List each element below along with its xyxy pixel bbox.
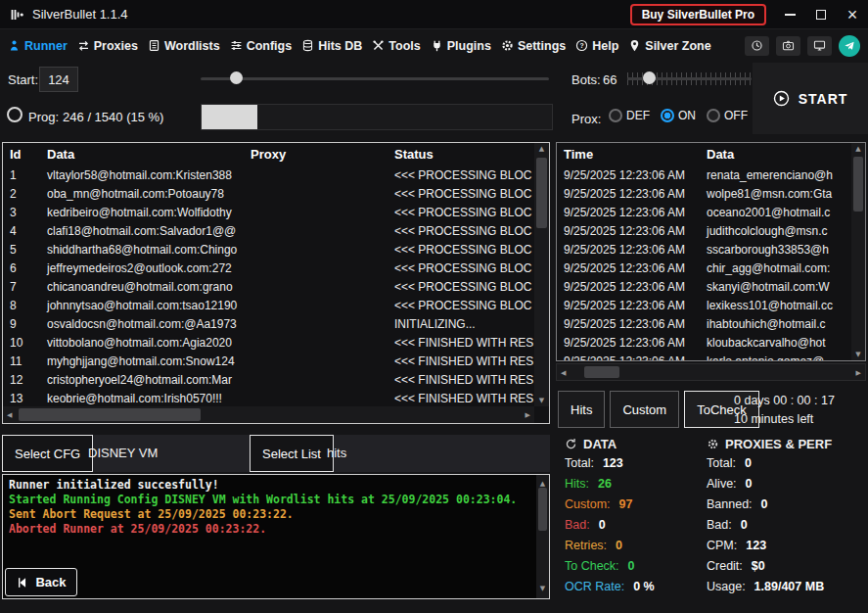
select-cfg-button[interactable]: Select CFG bbox=[2, 435, 93, 472]
cell-data: shiddhartha68@hotmail.com:Chingo bbox=[40, 243, 244, 257]
result-row[interactable]: 1vltaylor58@hotmail.com:Kristen388<<< PR… bbox=[3, 165, 534, 184]
scrollbar-thumb[interactable] bbox=[853, 157, 863, 212]
hit-row[interactable]: 9/25/2025 12:23:06 AMrenata_emerenciano@… bbox=[557, 165, 851, 184]
scrollbar-thumb[interactable] bbox=[19, 408, 201, 421]
scrollbar-thumb[interactable] bbox=[536, 158, 547, 228]
hit-row[interactable]: 9/25/2025 12:23:06 AMihabtouhich@hotmail… bbox=[557, 314, 851, 333]
scroll-down-icon[interactable]: ▼ bbox=[534, 397, 549, 404]
scroll-up-icon[interactable]: ▲ bbox=[851, 145, 865, 153]
column-header-status[interactable]: Status bbox=[388, 147, 549, 162]
stat-label: To Check: bbox=[565, 559, 619, 573]
buy-pro-button[interactable]: Buy SilverBullet Pro bbox=[630, 4, 766, 25]
hits-table-header: TimeData bbox=[557, 143, 865, 165]
result-row[interactable]: 4clafi18@hotmail.com:Salvador1@@<<< PROC… bbox=[3, 221, 534, 240]
prox-option-def[interactable]: DEF bbox=[609, 109, 650, 122]
column-header-id[interactable]: Id bbox=[3, 147, 40, 162]
slider-thumb[interactable] bbox=[643, 71, 656, 84]
hits-table-body: 9/25/2025 12:23:06 AMrenata_emerenciano@… bbox=[557, 165, 851, 360]
results-vertical-scrollbar[interactable]: ▲ ▼ bbox=[534, 143, 549, 406]
result-row[interactable]: 5shiddhartha68@hotmail.com:Chingo<<< PRO… bbox=[3, 240, 534, 259]
hit-row[interactable]: 9/25/2025 12:23:06 AMsscarborough33853@h bbox=[557, 240, 851, 259]
nav-item-silver-zone[interactable]: Silver Zone bbox=[628, 39, 710, 53]
svg-text:?: ? bbox=[580, 42, 584, 49]
hits-vertical-scrollbar[interactable]: ▲ ▼ bbox=[851, 143, 865, 360]
column-header-data[interactable]: Data bbox=[700, 147, 865, 162]
result-row[interactable]: 7chicanoandreu@hotmail.com:grano<<< PROC… bbox=[3, 277, 534, 296]
bots-label: Bots: bbox=[571, 72, 601, 87]
scrollbar-thumb[interactable] bbox=[538, 488, 547, 531]
result-row[interactable]: 3kedribeiro@hotmail.com:Wolfidothy<<< PR… bbox=[3, 203, 534, 221]
minimize-button[interactable] bbox=[782, 7, 798, 23]
results-horizontal-scrollbar[interactable]: ◀ ▶ bbox=[3, 406, 534, 423]
history-button[interactable] bbox=[745, 36, 769, 56]
scroll-up-icon[interactable]: ▲ bbox=[534, 145, 549, 153]
hit-row[interactable]: 9/25/2025 12:23:06 AMskanyi@hotmail.com:… bbox=[557, 277, 851, 296]
result-row[interactable]: 6jeffreymedeiros2@outlook.com:272<<< PRO… bbox=[3, 259, 534, 277]
close-button[interactable]: × bbox=[845, 7, 860, 23]
camera-button[interactable] bbox=[776, 36, 800, 56]
prox-option-off[interactable]: OFF bbox=[707, 109, 748, 122]
hit-row[interactable]: 9/25/2025 12:23:06 AMkarlo antonio gomez… bbox=[557, 352, 851, 360]
telegram-button[interactable] bbox=[839, 35, 860, 57]
nav-item-wordlists[interactable]: Wordlists bbox=[148, 39, 220, 53]
nav-item-runner[interactable]: Runner bbox=[8, 39, 68, 53]
result-row[interactable]: 11myhghjjang@hotmail.com:Snow124<<< FINI… bbox=[3, 352, 534, 370]
app-title: SilverBullet 1.1.4 bbox=[32, 7, 128, 22]
hit-row[interactable]: 9/25/2025 12:23:06 AMchir_agg@hotmail.co… bbox=[557, 259, 851, 277]
prox-option-on[interactable]: ON bbox=[661, 109, 696, 122]
scroll-left-icon[interactable]: ◀ bbox=[7, 411, 12, 419]
monitor-button[interactable] bbox=[807, 36, 832, 56]
maximize-button[interactable] bbox=[813, 7, 829, 23]
column-header-proxy[interactable]: Proxy bbox=[244, 147, 388, 162]
result-row[interactable]: 13keobrie@hotmail.com:Irish0570!!!<<< FI… bbox=[3, 389, 534, 406]
nav-item-plugins[interactable]: Plugins bbox=[431, 39, 491, 53]
result-row[interactable]: 8johnnytsao@hotmail.com:tsao12190<<< PRO… bbox=[3, 296, 534, 314]
start-button[interactable]: START bbox=[753, 63, 868, 134]
proxies-icon bbox=[77, 39, 90, 52]
select-list-button[interactable]: Select List bbox=[250, 435, 334, 472]
result-row[interactable]: 12cristopheryoel24@hotmail.com:Mar<<< FI… bbox=[3, 370, 534, 389]
start-input[interactable] bbox=[39, 67, 78, 92]
scroll-right-icon[interactable]: ▶ bbox=[856, 369, 861, 377]
cell-data: vittobolano@hotmail.com:Agia2020 bbox=[40, 336, 244, 350]
stat-row: Custom:97 bbox=[565, 494, 702, 514]
nav-item-help[interactable]: ?Help bbox=[575, 39, 618, 53]
hit-row[interactable]: 9/25/2025 12:23:06 AMwolpe81@msn.com:Gta bbox=[557, 184, 851, 203]
nav-item-hits-db[interactable]: Hits DB bbox=[301, 39, 362, 53]
nav-item-proxies[interactable]: Proxies bbox=[77, 39, 138, 53]
column-header-time[interactable]: Time bbox=[557, 147, 700, 162]
nav-item-configs[interactable]: Configs bbox=[230, 39, 293, 53]
result-row[interactable]: 10vittobolano@hotmail.com:Agia2020<<< FI… bbox=[3, 333, 534, 352]
hit-row[interactable]: 9/25/2025 12:23:06 AMjudithcolclough@msn… bbox=[557, 221, 851, 240]
column-header-data[interactable]: Data bbox=[40, 147, 244, 162]
hit-row[interactable]: 9/25/2025 12:23:06 AMkloubackcarvalho@ho… bbox=[557, 333, 851, 352]
close-icon: × bbox=[847, 8, 858, 22]
cell-data: chicanoandreu@hotmail.com:grano bbox=[40, 280, 244, 294]
result-row[interactable]: 2oba_mn@hotmail.com:Potoauy78<<< PROCESS… bbox=[3, 184, 534, 203]
radio-label: DEF bbox=[626, 109, 650, 122]
back-button[interactable]: Back bbox=[5, 568, 77, 596]
bots-slider[interactable] bbox=[627, 69, 752, 88]
slider-thumb[interactable] bbox=[230, 71, 243, 84]
stat-label: Banned: bbox=[707, 497, 753, 511]
scroll-down-icon[interactable]: ▼ bbox=[536, 582, 549, 596]
scroll-left-icon[interactable]: ◀ bbox=[561, 369, 566, 377]
log-vertical-scrollbar[interactable]: ▲ ▼ bbox=[536, 475, 549, 598]
hits-horizontal-scrollbar[interactable]: ◀ ▶ bbox=[556, 363, 866, 381]
nav-item-tools[interactable]: Tools bbox=[372, 39, 420, 53]
silver-zone-icon bbox=[628, 39, 641, 52]
result-row[interactable]: 9osvaldocsn@hotmail.com:@Aa1973INITIALIZ… bbox=[3, 314, 534, 333]
scroll-right-icon[interactable]: ▶ bbox=[525, 411, 530, 419]
cell-status: <<< PROCESSING BLOC bbox=[388, 243, 534, 257]
hit-row[interactable]: 9/25/2025 12:23:06 AMlexikess101@hotmail… bbox=[557, 296, 851, 314]
cell-status: <<< FINISHED WITH RES bbox=[388, 336, 534, 350]
start-slider[interactable] bbox=[201, 69, 549, 88]
nav-item-label: Help bbox=[592, 39, 618, 53]
cell-time: 9/25/2025 12:23:06 AM bbox=[557, 354, 700, 361]
nav-item-settings[interactable]: Settings bbox=[501, 39, 566, 53]
tab-custom[interactable]: Custom bbox=[610, 391, 679, 428]
tab-hits[interactable]: Hits bbox=[558, 391, 605, 428]
scroll-down-icon[interactable]: ▼ bbox=[851, 351, 865, 358]
scrollbar-thumb[interactable] bbox=[584, 366, 619, 378]
hit-row[interactable]: 9/25/2025 12:23:06 AMoceano2001@hotmail.… bbox=[557, 203, 851, 221]
